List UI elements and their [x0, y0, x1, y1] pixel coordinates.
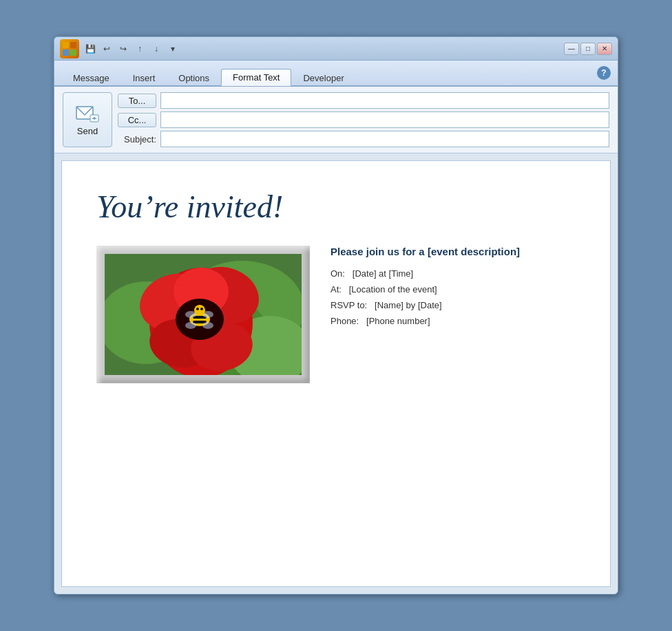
- cc-button[interactable]: Cc...: [118, 113, 156, 127]
- svg-point-26: [202, 322, 213, 329]
- redo-btn[interactable]: ↪: [116, 42, 130, 56]
- maximize-button[interactable]: □: [580, 43, 596, 55]
- svg-rect-1: [70, 42, 76, 48]
- svg-rect-2: [63, 50, 69, 56]
- close-button[interactable]: ✕: [597, 43, 612, 55]
- rsvp-label: RSVP to:: [330, 300, 367, 310]
- ribbon: Message Insert Options Format Text Devel…: [54, 61, 618, 87]
- send-icon: [75, 104, 100, 123]
- to-input[interactable]: [160, 92, 609, 109]
- invitation-content: Please join us for a [event description]…: [96, 246, 576, 383]
- subject-row: Subject:: [118, 131, 609, 147]
- cc-input[interactable]: [160, 111, 609, 128]
- invitation-image: [105, 254, 302, 375]
- invitation-title: You’re invited!: [96, 189, 576, 225]
- svg-rect-3: [70, 50, 76, 56]
- svg-rect-0: [63, 42, 69, 48]
- more-qa-btn[interactable]: ▾: [166, 42, 180, 56]
- save-quick-btn[interactable]: 💾: [83, 42, 97, 56]
- at-value: [Location of the event]: [349, 284, 437, 295]
- event-date-row: On: [Date] at [Time]: [330, 268, 576, 279]
- to-button[interactable]: To...: [118, 94, 156, 108]
- phone-label: Phone:: [330, 316, 359, 326]
- event-phone-row: Phone: [Phone number]: [330, 316, 576, 326]
- invitation-details: Please join us for a [event description]…: [330, 246, 576, 332]
- down-btn[interactable]: ↓: [149, 42, 163, 56]
- title-bar: 💾 ↩ ↪ ↑ ↓ ▾ — □ ✕: [54, 37, 618, 61]
- up-btn[interactable]: ↑: [133, 42, 147, 56]
- title-bar-left: 💾 ↩ ↪ ↑ ↓ ▾: [60, 39, 180, 58]
- svg-point-27: [194, 305, 205, 316]
- subject-label: Subject:: [118, 134, 156, 145]
- phone-value: [Phone number]: [366, 316, 430, 326]
- email-body[interactable]: You’re invited!: [61, 160, 611, 587]
- rsvp-value: [Name] by [Date]: [375, 300, 442, 310]
- to-row: To...: [118, 92, 609, 109]
- office-logo-icon: [60, 39, 79, 58]
- event-rsvp-row: RSVP to: [Name] by [Date]: [330, 300, 576, 310]
- at-label: At:: [330, 284, 342, 295]
- tab-developer[interactable]: Developer: [291, 69, 355, 86]
- svg-point-29: [200, 308, 203, 310]
- invitation-image-frame: [96, 246, 310, 383]
- outlook-window: 💾 ↩ ↪ ↑ ↓ ▾ — □ ✕ Message Insert Options…: [54, 36, 618, 595]
- help-button[interactable]: ?: [597, 66, 611, 80]
- tab-format-text[interactable]: Format Text: [221, 69, 291, 86]
- send-button[interactable]: Send: [63, 92, 112, 147]
- tab-message[interactable]: Message: [61, 69, 121, 86]
- event-location-row: At: [Location of the event]: [330, 284, 576, 295]
- svg-point-28: [196, 308, 199, 310]
- email-address-fields: To... Cc... Subject:: [118, 92, 609, 147]
- on-value: [Date] at [Time]: [353, 268, 413, 279]
- minimize-button[interactable]: —: [564, 43, 579, 55]
- send-label: Send: [77, 126, 98, 136]
- quick-access-toolbar: 💾 ↩ ↪ ↑ ↓ ▾: [83, 42, 180, 56]
- tab-options[interactable]: Options: [167, 69, 221, 86]
- tab-insert[interactable]: Insert: [121, 69, 167, 86]
- event-description: Please join us for a [event description]: [330, 246, 576, 257]
- window-controls: — □ ✕: [564, 43, 612, 55]
- email-header: Send To... Cc... Subject:: [54, 87, 618, 153]
- subject-input[interactable]: [160, 131, 609, 147]
- ribbon-tab-list: Message Insert Options Format Text Devel…: [54, 61, 618, 85]
- on-label: On:: [330, 268, 345, 279]
- svg-point-25: [185, 322, 196, 329]
- cc-row: Cc...: [118, 111, 609, 128]
- undo-btn[interactable]: ↩: [100, 42, 114, 56]
